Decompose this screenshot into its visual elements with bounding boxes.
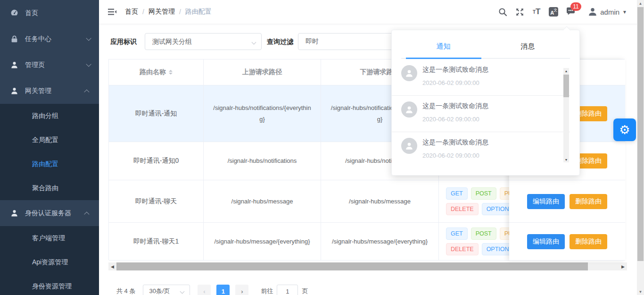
method-tag-delete: DELETE (446, 243, 479, 255)
search-icon[interactable] (498, 7, 507, 17)
query-filter-label: 查询过滤 (267, 33, 293, 50)
notification-title: 这是一条测试致命消息 (422, 102, 488, 110)
app-id-label: 应用标识 (110, 33, 137, 50)
downstream-path-cell: /signalr-hubs/message (321, 180, 439, 222)
route-name-cell: 即时通讯-通知0 (109, 142, 204, 180)
sidebar-item-Api资源管理[interactable]: Api资源管理 (0, 250, 99, 274)
chevron-down-icon (180, 289, 185, 294)
app-group-select-value: 测试网关分组 (152, 38, 192, 45)
sidebar-item-身份资源管理[interactable]: 身份资源管理 (0, 274, 99, 295)
settings-gear-button[interactable]: ⚙ (613, 118, 636, 141)
sidebar-subitem-label: 全局配置 (32, 136, 58, 144)
app-root: 首页任务中心管理页网关管理路由分组全局配置路由配置聚合路由身份认证服务器客户端管… (0, 0, 644, 295)
vertical-scroll-thumb[interactable] (637, 7, 644, 261)
sidebar-item-网关管理[interactable]: 网关管理 (0, 78, 99, 104)
sidebar-item-全局配置[interactable]: 全局配置 (0, 128, 99, 152)
page-size-select[interactable]: 30条/页 (143, 285, 190, 295)
breadcrumb-separator: / (179, 8, 181, 16)
delete-route-button[interactable]: 删除路由 (570, 234, 607, 249)
current-page[interactable]: 1 (216, 285, 230, 295)
sidebar-item-路由配置[interactable]: 路由配置 (0, 152, 99, 176)
notification-scroll-thumb[interactable] (563, 75, 569, 97)
actions-cell: 编辑路由删除路由 (509, 180, 625, 223)
page-size-value: 30条/页 (149, 287, 170, 295)
notification-item[interactable]: 这是一条测试致命消息2020-06-02 09:00:00 (392, 96, 570, 132)
sidebar-item-label: 网关管理 (25, 87, 51, 95)
sidebar-item-label: 管理页 (25, 61, 45, 69)
scroll-up-arrow-icon[interactable]: ▲ (637, 0, 644, 7)
next-page-button[interactable]: › (235, 285, 248, 295)
notification-item[interactable]: 这是一条测试致命消息2020-06-02 09:00:00 (392, 59, 570, 96)
breadcrumb-item[interactable]: 网关管理 (149, 8, 175, 16)
column-header-label: 上游请求路径 (242, 68, 282, 76)
sidebar-item-身份认证服务器[interactable]: 身份认证服务器 (0, 200, 99, 226)
table-header-cell: 上游请求路径 (204, 59, 321, 85)
user-avatar-icon (588, 7, 597, 17)
notification-avatar-icon (401, 65, 417, 81)
sidebar-item-路由分组[interactable]: 路由分组 (0, 104, 99, 128)
translate-icon[interactable]: A文 (549, 7, 558, 17)
sidebar-item-客户端管理[interactable]: 客户端管理 (0, 226, 99, 250)
method-tag-get: GET (446, 187, 468, 200)
method-tag-get: GET (446, 228, 468, 240)
scroll-down-arrow-icon[interactable]: ▼ (563, 157, 569, 162)
sidebar-item-任务中心[interactable]: 任务中心 (0, 26, 99, 52)
delete-route-button[interactable]: 删除路由 (570, 194, 607, 209)
notification-item[interactable]: 这是一条测试致命消息2020-06-02 09:00:00 (392, 132, 570, 169)
method-tag-post: POST (471, 228, 496, 240)
sidebar-item-管理页[interactable]: 管理页 (0, 52, 99, 78)
pagination: 共 4 条 30条/页 ‹ 1 › 前往 页 (116, 285, 308, 295)
sidebar-item-首页[interactable]: 首页 (0, 0, 99, 26)
actions-cell: 编辑路由删除路由 (509, 223, 625, 261)
notification-scrollbar[interactable]: ▲ ▼ (563, 68, 569, 162)
route-name: 即时通讯-通知 (135, 110, 177, 118)
route-name: 即时通讯-聊天1 (133, 237, 179, 246)
table-horizontal-scrollbar[interactable]: ◀ ▶ (108, 262, 627, 270)
top-navbar: 首页/网关管理/路由配置 TT A文 11 admin (99, 0, 644, 24)
scroll-down-arrow-icon[interactable]: ▼ (637, 288, 644, 295)
username: admin (600, 8, 619, 16)
sidebar-item-聚合路由[interactable]: 聚合路由 (0, 176, 99, 200)
sidebar-item-label: 首页 (25, 9, 38, 17)
chevron-up-icon (84, 89, 89, 94)
hamburger-icon[interactable] (107, 7, 117, 17)
method-tag-post: POST (471, 187, 496, 200)
sidebar-subitem-label: 聚合路由 (32, 184, 58, 193)
scroll-right-arrow-icon[interactable]: ▶ (619, 262, 627, 270)
edit-route-button[interactable]: 编辑路由 (527, 194, 565, 209)
downstream-path: /signalr-hubs/message (349, 196, 411, 207)
column-header-label[interactable]: 路由名称 (140, 68, 166, 76)
tab-messages[interactable]: 消息 (486, 37, 570, 58)
scroll-left-arrow-icon[interactable]: ◀ (108, 262, 116, 270)
edit-route-button[interactable]: 编辑路由 (527, 234, 565, 249)
notification-time: 2020-06-02 09:00:00 (422, 116, 479, 123)
sidebar-subitem-label: Api资源管理 (32, 258, 68, 267)
chevron-up-icon (84, 211, 89, 217)
app-group-select[interactable]: 测试网关分组 (145, 33, 262, 50)
notification-popover: 通知 消息 这是一条测试致命消息2020-06-02 09:00:00这是一条测… (391, 30, 580, 176)
route-name: 即时通讯-聊天 (135, 197, 177, 206)
sidebar-item-label: 任务中心 (25, 35, 51, 43)
fullscreen-icon[interactable] (515, 7, 524, 17)
gear-icon: ⚙ (619, 124, 630, 136)
notification-time: 2020-06-02 09:00:00 (422, 152, 479, 159)
sort-carets-icon[interactable] (169, 68, 173, 76)
message-icon[interactable]: 11 (566, 7, 576, 17)
tab-notifications[interactable]: 通知 (401, 37, 486, 58)
upstream-path-cell: /signalr-hubs/message (204, 180, 321, 222)
notification-list: 这是一条测试致命消息2020-06-02 09:00:00这是一条测试致命消息2… (392, 59, 580, 169)
scroll-up-arrow-icon[interactable]: ▲ (563, 68, 569, 74)
prev-page-button[interactable]: ‹ (198, 285, 211, 295)
font-size-icon[interactable]: TT (532, 7, 541, 17)
horizontal-scroll-thumb[interactable] (116, 262, 588, 270)
page-vertical-scrollbar[interactable]: ▲ ▼ (637, 0, 644, 295)
notification-avatar-icon (401, 101, 417, 118)
breadcrumb-separator: / (142, 8, 144, 16)
user-menu[interactable]: admin ▼ (588, 7, 627, 17)
sidebar-subitem-label: 身份资源管理 (32, 282, 72, 291)
total-count: 共 4 条 (116, 287, 135, 295)
chevron-down-icon (86, 35, 91, 41)
goto-page-input[interactable] (277, 285, 298, 295)
sidebar-submenu: 客户端管理Api资源管理身份资源管理 (0, 226, 99, 295)
breadcrumb-item[interactable]: 首页 (125, 8, 138, 16)
